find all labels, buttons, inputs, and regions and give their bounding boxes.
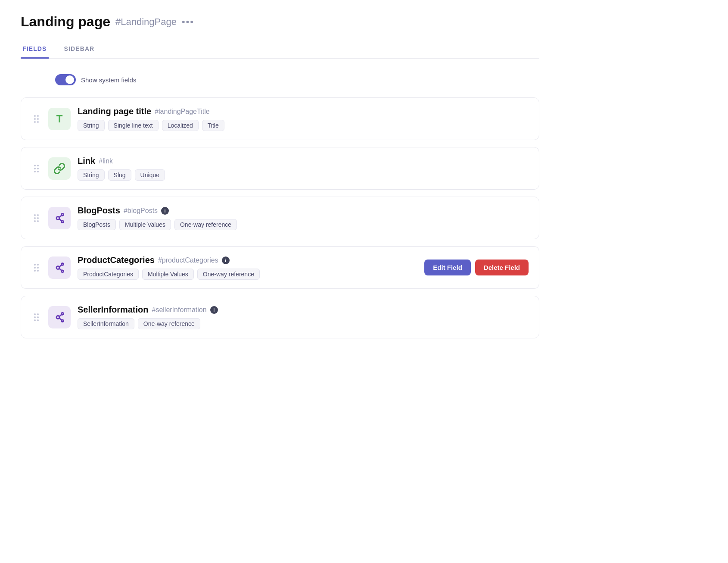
tag-multiple-values: Multiple Values	[119, 219, 171, 230]
field-name-row: Link #link	[78, 156, 529, 166]
drag-handle[interactable]	[31, 311, 41, 324]
tag-slug: Slug	[108, 169, 131, 181]
field-info-link: Link #link String Slug Unique	[78, 156, 529, 181]
field-hash: #productCategories	[158, 256, 218, 264]
field-card-productCategories: ProductCategories #productCategories i P…	[21, 246, 539, 289]
field-info-landingPageTitle: Landing page title #landingPageTitle Str…	[78, 106, 529, 131]
svg-line-9	[59, 268, 61, 270]
page-header: Landing page #LandingPage •••	[21, 14, 539, 30]
tag-multiple-values: Multiple Values	[142, 269, 194, 280]
field-card-link: Link #link String Slug Unique	[21, 147, 539, 190]
field-info-sellerInformation: SellerInformation #sellerInformation i S…	[78, 305, 529, 329]
svg-line-13	[59, 314, 61, 316]
delete-field-button[interactable]: Delete Field	[475, 260, 529, 275]
tag-one-way-ref: One-way reference	[174, 219, 237, 230]
field-tags: BlogPosts Multiple Values One-way refere…	[78, 219, 529, 230]
svg-line-4	[59, 219, 61, 221]
tag-string: String	[78, 169, 105, 181]
field-name-row: ProductCategories #productCategories i	[78, 255, 412, 265]
system-fields-label: Show system fields	[81, 76, 136, 84]
field-info-blogPosts: BlogPosts #blogPosts i BlogPosts Multipl…	[78, 206, 529, 230]
field-tags: ProductCategories Multiple Values One-wa…	[78, 269, 412, 280]
field-name: Link	[78, 156, 95, 166]
field-icon-link	[48, 157, 71, 180]
svg-line-14	[59, 318, 61, 320]
field-card-sellerInformation: SellerInformation #sellerInformation i S…	[21, 296, 539, 338]
info-icon[interactable]: i	[210, 306, 218, 314]
drag-handle[interactable]	[31, 212, 41, 225]
drag-handle[interactable]	[31, 162, 41, 175]
field-hash: #blogPosts	[124, 207, 158, 215]
info-icon[interactable]: i	[222, 256, 230, 264]
field-name-row: BlogPosts #blogPosts i	[78, 206, 529, 216]
field-hash: #link	[99, 157, 113, 165]
field-name: ProductCategories	[78, 255, 155, 265]
field-name: Landing page title	[78, 106, 151, 116]
field-icon-text: T	[48, 108, 71, 130]
field-icon-reference	[48, 306, 71, 328]
system-fields-row: Show system fields	[21, 74, 539, 85]
system-fields-toggle[interactable]	[55, 74, 76, 85]
fields-list: T Landing page title #landingPageTitle S…	[21, 97, 539, 338]
field-info-productCategories: ProductCategories #productCategories i P…	[78, 255, 412, 280]
field-tags: String Slug Unique	[78, 169, 529, 181]
tag-title: Title	[202, 120, 224, 131]
field-hash: #landingPageTitle	[155, 108, 210, 116]
field-name-row: SellerInformation #sellerInformation i	[78, 305, 529, 315]
tag-sellerinformation: SellerInformation	[78, 318, 134, 329]
page-title: Landing page	[21, 14, 110, 30]
field-card-landingPageTitle: T Landing page title #landingPageTitle S…	[21, 97, 539, 140]
tag-blogposts: BlogPosts	[78, 219, 116, 230]
field-name: SellerInformation	[78, 305, 148, 315]
tag-localized: Localized	[162, 120, 199, 131]
field-tags: String Single line text Localized Title	[78, 120, 529, 131]
field-name-row: Landing page title #landingPageTitle	[78, 106, 529, 116]
svg-line-3	[59, 215, 61, 217]
tag-string: String	[78, 120, 105, 131]
field-name: BlogPosts	[78, 206, 120, 216]
page-hashtag: #LandingPage	[115, 16, 177, 28]
tag-one-way-ref: One-way reference	[138, 318, 200, 329]
info-icon[interactable]: i	[161, 207, 169, 215]
field-actions: Edit Field Delete Field	[424, 260, 529, 275]
svg-line-8	[59, 265, 61, 267]
field-card-blogPosts: BlogPosts #blogPosts i BlogPosts Multipl…	[21, 197, 539, 239]
drag-handle[interactable]	[31, 113, 41, 125]
tag-one-way-ref: One-way reference	[197, 269, 260, 280]
drag-handle[interactable]	[31, 261, 41, 274]
field-icon-reference	[48, 256, 71, 279]
field-icon-reference	[48, 207, 71, 229]
tab-fields[interactable]: FIELDS	[21, 40, 49, 59]
more-options-icon[interactable]: •••	[182, 16, 194, 28]
tag-single-line: Single line text	[108, 120, 159, 131]
edit-field-button[interactable]: Edit Field	[424, 260, 471, 275]
field-hash: #sellerInformation	[152, 306, 206, 314]
tabs-container: FIELDS SIDEBAR	[21, 40, 539, 59]
tag-unique: Unique	[135, 169, 165, 181]
field-tags: SellerInformation One-way reference	[78, 318, 529, 329]
tab-sidebar[interactable]: SIDEBAR	[62, 40, 96, 59]
tag-productcategories: ProductCategories	[78, 269, 139, 280]
